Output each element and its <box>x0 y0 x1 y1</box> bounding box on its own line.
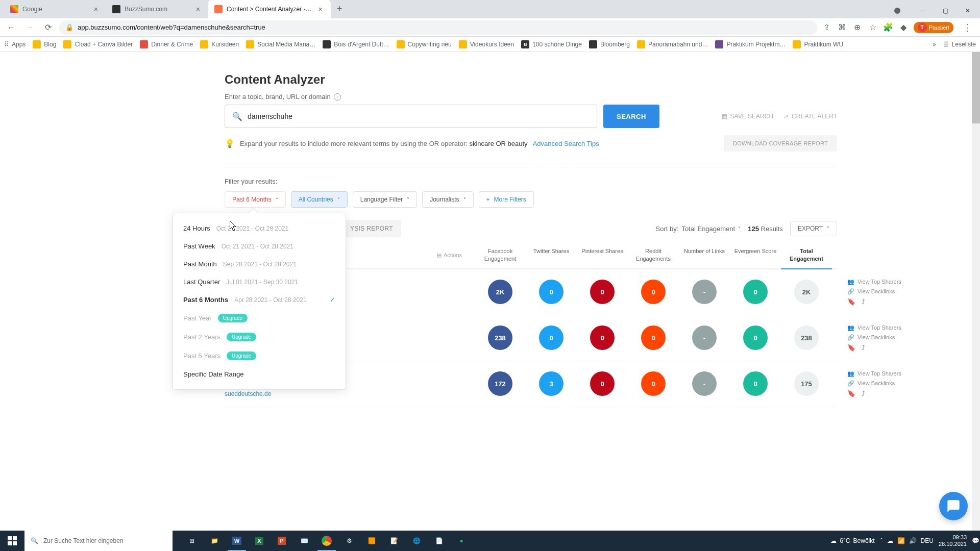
export-button[interactable]: EXPORT˅ <box>790 221 837 236</box>
word-icon[interactable]: W <box>226 531 248 551</box>
browser-tab-google[interactable]: Google × <box>4 0 106 18</box>
date-option-year[interactable]: Past YearUpgrade <box>173 309 346 328</box>
metric-total[interactable]: 175 <box>794 371 819 396</box>
url-input[interactable]: 🔒 app.buzzsumo.com/content/web?q=damensc… <box>59 20 818 35</box>
wifi-icon[interactable]: 📶 <box>897 537 905 544</box>
scrollbar[interactable] <box>972 52 980 531</box>
bookmark-item[interactable]: Bois d'Argent Duft… <box>323 40 389 48</box>
date-option-5years[interactable]: Past 5 YearsUpgrade <box>173 346 346 365</box>
view-sharers-link[interactable]: 👥View Top Sharers <box>847 324 924 331</box>
metric-evergreen[interactable]: 0 <box>743 371 768 396</box>
edge-icon[interactable]: 🌐 <box>405 531 428 551</box>
zoom-icon[interactable]: ⊕ <box>852 22 863 33</box>
bookmark-item[interactable]: Panoramabahn und… <box>637 40 708 48</box>
column-twitter[interactable]: Twitter Shares <box>526 247 577 263</box>
filter-date[interactable]: Past 6 Months˄ <box>225 191 286 208</box>
bookmark-item[interactable]: Copywriting neu <box>397 40 452 48</box>
start-button[interactable] <box>0 531 24 551</box>
view-backlinks-link[interactable]: 🔗View Backlinks <box>847 334 924 341</box>
metric-facebook[interactable]: 172 <box>488 371 512 396</box>
extension-icon-2[interactable]: ◆ <box>898 22 909 33</box>
bookmark-item[interactable]: Praktikum Projektm… <box>715 40 786 48</box>
scroll-thumb[interactable] <box>972 52 980 123</box>
taskbar-clock[interactable]: 09:33 28.10.2021 <box>939 534 967 547</box>
app-icon[interactable]: 📝 <box>383 531 405 551</box>
column-facebook[interactable]: Facebook Engagement <box>475 247 526 263</box>
metric-pinterest[interactable]: 0 <box>590 325 615 350</box>
metric-twitter[interactable]: 0 <box>539 325 564 350</box>
create-alert-button[interactable]: ↗CREATE ALERT <box>783 113 837 120</box>
profile-indicator[interactable] <box>894 8 900 14</box>
download-report-button[interactable]: DOWNLOAD COVERAGE REPORT <box>724 135 837 152</box>
maximize-button[interactable]: ▢ <box>935 3 955 18</box>
file-explorer-icon[interactable]: 📁 <box>203 531 226 551</box>
bookmark-item[interactable]: Videokurs Ideen <box>459 40 514 48</box>
weather-widget[interactable]: ☁ 6°C Bewölkt <box>830 537 874 544</box>
metric-reddit[interactable]: 0 <box>641 280 666 304</box>
view-backlinks-link[interactable]: 🔗View Backlinks <box>847 380 924 387</box>
metric-links[interactable]: - <box>692 280 717 304</box>
mail-icon[interactable]: ✉️ <box>293 531 315 551</box>
column-evergreen[interactable]: Evergreen Score <box>730 247 781 263</box>
browser-tab-content-analyzer[interactable]: Content > Content Analyzer - Bu × <box>208 0 331 18</box>
reading-list-button[interactable]: ☰Leseliste <box>943 41 976 48</box>
system-tray[interactable]: ˄ ☁ 📶 🔊 DEU <box>880 537 934 544</box>
sort-dropdown[interactable]: Sort by: Total Engagement ˅ <box>656 225 741 233</box>
browser-menu-button[interactable]: ⋮ <box>959 22 976 33</box>
date-option-2years[interactable]: Past 2 YearsUpgrade <box>173 328 346 346</box>
bookmark-item[interactable]: Bloomberg <box>589 40 630 48</box>
metric-reddit[interactable]: 0 <box>641 325 666 350</box>
metric-total[interactable]: 238 <box>794 325 819 350</box>
tray-chevron-icon[interactable]: ˄ <box>880 537 883 544</box>
column-links[interactable]: Number of Links <box>679 247 730 263</box>
upgrade-badge[interactable]: Upgrade <box>227 333 256 341</box>
share-icon[interactable]: ⤴ <box>862 298 865 306</box>
spotify-icon[interactable]: ● <box>450 531 473 551</box>
search-input[interactable] <box>248 112 590 120</box>
filter-country[interactable]: All Countries˅ <box>291 191 348 208</box>
bookmark-icon[interactable]: 🔖 <box>847 344 855 352</box>
filter-journalists[interactable]: Journalists˅ <box>422 191 473 208</box>
close-icon[interactable]: × <box>194 5 202 13</box>
bookmark-star-icon[interactable]: ☆ <box>868 22 878 33</box>
view-backlinks-link[interactable]: 🔗View Backlinks <box>847 288 924 295</box>
search-button[interactable]: SEARCH <box>603 105 659 128</box>
chat-button[interactable] <box>939 492 968 520</box>
app-icon[interactable]: 🟧 <box>360 531 383 551</box>
share-icon[interactable]: ⤴ <box>862 344 865 352</box>
date-option-24h[interactable]: 24 HoursOct 27 2021 - Oct 28 2021 <box>173 219 346 237</box>
save-search-button[interactable]: ▦SAVE SEARCH <box>722 113 773 120</box>
bookmark-item[interactable]: Kursideen <box>200 40 239 48</box>
view-sharers-link[interactable]: 👥View Top Sharers <box>847 370 924 377</box>
forward-button[interactable]: → <box>22 20 37 35</box>
bookmark-item[interactable]: Dinner & Crime <box>140 40 193 48</box>
close-icon[interactable]: × <box>92 5 100 13</box>
metric-links[interactable]: - <box>692 325 717 350</box>
volume-icon[interactable]: 🔊 <box>909 537 917 544</box>
bookmark-item[interactable]: Praktikum WU <box>793 40 843 48</box>
minimize-button[interactable]: ─ <box>913 3 933 18</box>
result-domain-link[interactable]: sueddeutsche.de <box>225 390 271 397</box>
profile-paused-badge[interactable]: T Pausiert <box>914 22 953 33</box>
metric-facebook[interactable]: 238 <box>488 325 512 350</box>
date-option-month[interactable]: Past MonthSep 28 2021 - Oct 28 2021 <box>173 255 346 273</box>
new-tab-button[interactable]: + <box>331 0 349 18</box>
metric-evergreen[interactable]: 0 <box>743 280 768 304</box>
obs-icon[interactable]: ⚙ <box>338 531 360 551</box>
share-icon[interactable]: ⤴ <box>862 390 865 397</box>
language-indicator[interactable]: DEU <box>921 537 934 544</box>
metric-total[interactable]: 2K <box>794 280 819 304</box>
date-option-specific[interactable]: Specific Date Range <box>173 365 346 383</box>
metric-links[interactable]: - <box>692 371 717 396</box>
taskbar-search[interactable]: 🔍 Zur Suche Text hier eingeben <box>24 531 173 551</box>
date-option-quarter[interactable]: Last QuarterJul 01 2021 - Sep 30 2021 <box>173 273 346 291</box>
bookmark-item[interactable]: Social Media Mana… <box>246 40 315 48</box>
onedrive-icon[interactable]: ☁ <box>887 537 893 544</box>
bookmarks-overflow[interactable]: » <box>933 41 936 48</box>
close-window-button[interactable]: ✕ <box>958 3 978 18</box>
metric-pinterest[interactable]: 0 <box>590 371 615 396</box>
metric-evergreen[interactable]: 0 <box>743 325 768 350</box>
extension-icon[interactable]: 🧩 <box>883 22 893 33</box>
upgrade-badge[interactable]: Upgrade <box>227 352 256 360</box>
column-reddit[interactable]: Reddit Engagements <box>628 247 679 263</box>
